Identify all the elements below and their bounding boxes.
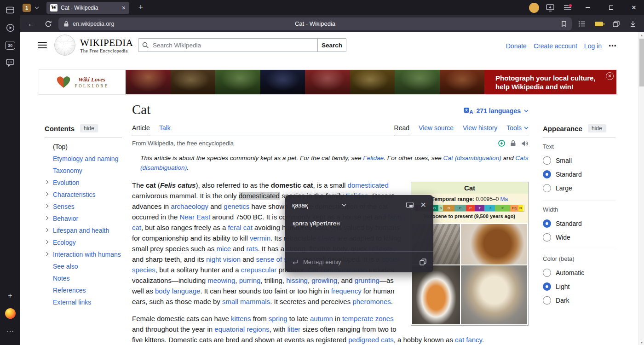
donate-link[interactable]: Donate [506,42,527,50]
page-protection-lock-icon[interactable] [510,140,516,147]
toc-item-ecology[interactable]: Ecology [45,236,122,248]
tab-group-indicator[interactable]: 1 [23,4,39,12]
chevron-right-icon[interactable] [45,240,48,244]
scroll-down-arrow[interactable]: ▼ [639,339,644,345]
wiki-link[interactable]: pheromones [352,298,391,305]
wiki-link[interactable]: Felidae [363,155,384,161]
tab-article[interactable]: Article [132,124,150,136]
radio-icon[interactable] [543,269,551,277]
toc-item-notes[interactable]: Notes [45,272,122,284]
wiki-link[interactable]: purring [239,276,261,284]
wiki-link[interactable]: pedigreed cats [348,336,393,344]
add-panel-icon[interactable]: + [3,289,17,303]
radio-selected-icon[interactable] [543,170,551,178]
wiki-link[interactable]: feral cat [228,224,252,231]
screen-share-icon[interactable] [544,1,557,14]
chevron-right-icon[interactable] [45,180,48,184]
wiki-link[interactable]: growling [311,276,337,284]
radio-icon[interactable] [543,156,551,165]
download-icon[interactable] [626,17,640,30]
browser-tab-cat-wikipedia[interactable]: W Cat - Wikipedia × [46,2,129,14]
radio-option-standard[interactable]: Standard [543,167,615,181]
tab-tools[interactable]: Tools [506,124,529,136]
maximize-button[interactable] [602,0,620,15]
search-input[interactable] [138,38,318,52]
wiki-link[interactable]: archaeology [171,202,208,210]
translation-input-row[interactable]: Мәтінді енгізу [285,252,433,272]
list-icon[interactable] [575,17,589,30]
toc-item-taxonomy[interactable]: Taxonomy [45,165,122,177]
scroll-up-arrow[interactable]: ▲ [639,32,644,38]
wiki-link[interactable]: night vision [206,255,241,263]
wiki-link[interactable]: rats [246,245,258,253]
url-bar[interactable]: en.wikipedia.org Cat - Wikipedia [58,17,572,30]
tab-close-icon[interactable]: × [122,5,126,11]
calendar-30-icon[interactable]: 30 [3,38,17,52]
window-close-button[interactable]: ✕ [625,0,643,15]
radio-option-dark[interactable]: Dark [543,293,615,307]
lock-icon[interactable] [63,21,69,27]
profile-avatar[interactable] [529,3,539,13]
appearance-hide-button[interactable]: hide [588,124,606,132]
radio-option-small[interactable]: Small [543,154,615,167]
reload-button[interactable] [41,17,55,30]
wiki-link[interactable]: genetics [224,202,249,210]
ma-link[interactable]: Ma [500,196,508,202]
battery-extension-icon[interactable] [592,17,606,30]
tab-view-source[interactable]: View source [419,124,454,136]
tab-talk[interactable]: Talk [159,124,171,136]
copy-icon[interactable] [420,259,426,265]
bookmark-icon[interactable] [561,21,567,27]
wiki-link[interactable]: temperate zones [342,315,394,322]
listen-audio-icon[interactable] [521,140,529,147]
chevron-right-icon[interactable] [45,204,48,208]
toc-item-external-links[interactable]: External links [45,296,122,308]
wiki-link[interactable]: crepuscular [241,266,277,274]
toc-item-characteristics[interactable]: Characteristics [45,189,122,201]
media-play-icon[interactable] [3,21,17,34]
wiki-link[interactable]: domesticated [348,181,389,189]
radio-selected-icon[interactable] [543,282,551,291]
tab-read[interactable]: Read [394,124,409,136]
minimize-button[interactable] [579,0,597,15]
tab-view-history[interactable]: View history [463,124,497,136]
tabs-overview-icon[interactable] [609,17,623,30]
scrollbar-thumb[interactable] [639,39,644,86]
wiki-link[interactable]: meowing [207,276,235,284]
new-tab-button[interactable]: + [135,2,147,14]
toc-item-evolution[interactable]: Evolution [45,177,122,189]
wiki-link[interactable]: Cat (disambiguation) [443,155,501,161]
wiki-link[interactable]: frequency [331,287,362,295]
wiki-loves-folklore-banner[interactable]: Wiki Loves FOLKLORE Photograph your loca… [39,70,616,94]
toc-item-references[interactable]: References [45,284,122,296]
menu-icon[interactable] [38,42,47,48]
tab-group-badge[interactable]: 1 [23,4,31,12]
popup-pip-icon[interactable] [406,202,414,208]
wiki-link[interactable]: mice [216,245,231,253]
languages-button[interactable]: A 271 languages [464,107,529,115]
wiki-link[interactable]: body language [155,287,200,295]
toc-item-behavior[interactable]: Behavior [45,213,122,224]
banner-close-icon[interactable]: ✕ [606,72,614,80]
back-button[interactable]: ← [24,17,38,30]
radio-icon[interactable] [543,296,551,305]
popup-close-icon[interactable]: ✕ [420,201,426,209]
banner-message-box[interactable]: Photograph your local culture, help Wiki… [484,70,616,94]
wiki-link[interactable]: equatorial regions [214,325,269,333]
radio-option-standard[interactable]: Standard [543,217,615,230]
chevron-right-icon[interactable] [45,192,48,196]
toc-item-etymology-and-naming[interactable]: Etymology and naming [45,153,122,165]
radio-option-light[interactable]: Light [543,280,615,293]
chevron-right-icon[interactable] [45,252,48,256]
wiki-link[interactable]: spring [269,315,288,322]
wikipedia-logo[interactable]: WIKIPEDIA The Free Encyclopedia [54,34,133,56]
chevron-down-icon[interactable] [34,6,39,9]
log-in-link[interactable]: Log in [584,42,602,50]
wiki-link[interactable]: litter [288,325,300,333]
chat-icon[interactable] [3,56,17,69]
toc-item-top[interactable]: (Top) [45,141,122,153]
radio-option-automatic[interactable]: Automatic [543,266,615,280]
create-account-link[interactable]: Create account [534,42,577,50]
search-button[interactable]: Search [318,38,346,52]
radio-icon[interactable] [543,233,551,242]
